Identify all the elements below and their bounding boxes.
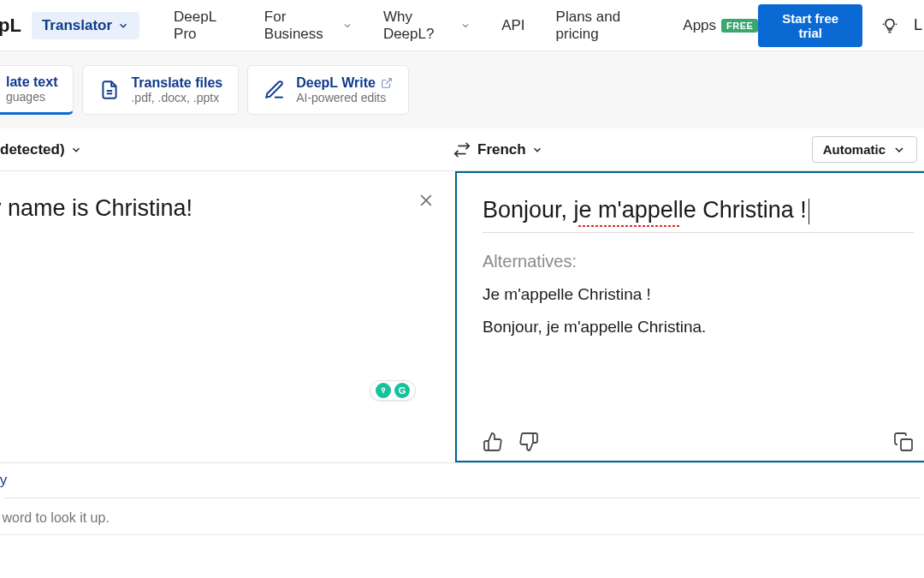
chevron-down-icon xyxy=(117,20,129,32)
product-dropdown[interactable]: Translator xyxy=(32,12,139,39)
nav-apps-label: Apps xyxy=(683,17,716,34)
chevron-down-icon xyxy=(531,144,543,156)
thumbs-down-button[interactable] xyxy=(518,432,539,452)
top-header: pL Translator DeepL Pro For Business Why… xyxy=(0,0,924,51)
target-language-dropdown[interactable]: French xyxy=(477,141,543,158)
translation-panes: y name is Christina! G Bonjour, je m'app… xyxy=(0,171,924,462)
mode-bar: late text guages Translate files .pdf, .… xyxy=(0,51,924,128)
nav-plans[interactable]: Plans and pricing xyxy=(556,9,653,43)
clear-source-button[interactable] xyxy=(418,192,435,209)
nav-apps[interactable]: Apps FREE xyxy=(683,17,758,34)
grammarly-pin-icon xyxy=(376,383,391,398)
target-lang-area: French Automatic xyxy=(453,136,924,163)
pencil-icon xyxy=(264,79,286,101)
chevron-down-icon xyxy=(892,143,906,157)
svg-line-4 xyxy=(386,79,391,84)
alternatives-label: Alternatives: xyxy=(483,252,914,271)
svg-point-9 xyxy=(382,388,384,390)
language-bar: detected) French Automatic xyxy=(0,128,924,171)
target-divider xyxy=(483,232,914,233)
source-language-dropdown[interactable]: detected) xyxy=(0,141,82,158)
chevron-down-icon xyxy=(70,144,82,156)
tone-automatic-dropdown[interactable]: Automatic xyxy=(812,136,917,163)
text-cursor xyxy=(808,199,809,224)
source-pane[interactable]: y name is Christina! G xyxy=(0,171,455,462)
nav-for-business[interactable]: For Business xyxy=(264,9,352,43)
dictionary-input-row xyxy=(3,498,921,526)
spellcheck-underline xyxy=(578,225,679,227)
product-dropdown-label: Translator xyxy=(42,17,112,34)
nav-api[interactable]: API xyxy=(501,17,524,34)
mode-write-sub: AI-powered edits xyxy=(296,91,393,104)
copy-button[interactable] xyxy=(893,432,914,452)
source-text[interactable]: y name is Christina! xyxy=(0,194,431,223)
nav-why-deepl-label: Why DeepL? xyxy=(383,9,455,43)
mode-translate-text[interactable]: late text guages xyxy=(0,65,74,115)
target-pane: Bonjour, je m'appelle Christina ! Altern… xyxy=(455,171,924,462)
swap-icon xyxy=(453,140,471,159)
alternative-1[interactable]: Je m'appelle Christina ! xyxy=(483,285,914,304)
target-actions xyxy=(483,432,914,452)
mode-translate-files-sub: .pdf, .docx, .pptx xyxy=(131,91,222,104)
mode-deepl-write[interactable]: DeepL Write AI-powered edits xyxy=(247,65,409,115)
thumbs-up-button[interactable] xyxy=(483,432,503,452)
lightbulb-icon[interactable] xyxy=(881,17,898,34)
header-right: L xyxy=(862,16,917,34)
logo[interactable]: pL xyxy=(0,15,32,37)
external-link-icon xyxy=(381,77,393,89)
tone-automatic-label: Automatic xyxy=(823,142,886,157)
top-nav: DeepL Pro For Business Why DeepL? API Pl… xyxy=(174,9,758,43)
grammarly-widget[interactable]: G xyxy=(370,380,416,401)
source-lang-area: detected) xyxy=(0,141,453,158)
svg-rect-11 xyxy=(901,439,912,450)
dictionary-title: ry xyxy=(0,472,921,489)
source-language-label: detected) xyxy=(0,141,65,158)
nav-why-deepl[interactable]: Why DeepL? xyxy=(383,9,471,43)
chevron-down-icon xyxy=(342,20,352,32)
nav-deepl-pro[interactable]: DeepL Pro xyxy=(174,9,234,43)
nav-for-business-label: For Business xyxy=(264,9,337,43)
chevron-down-icon xyxy=(460,20,471,32)
document-icon xyxy=(98,79,121,101)
mode-translate-files-title: Translate files xyxy=(131,75,222,91)
mode-write-title: DeepL Write xyxy=(296,75,393,91)
mode-translate-text-sub: guages xyxy=(6,90,57,104)
swap-languages-button[interactable] xyxy=(450,138,474,162)
grammarly-logo-icon: G xyxy=(394,383,410,398)
mode-translate-text-title: late text xyxy=(6,74,57,90)
close-icon xyxy=(418,192,435,209)
free-badge: FREE xyxy=(721,19,758,33)
target-text[interactable]: Bonjour, je m'appelle Christina ! xyxy=(483,195,809,225)
dictionary-input[interactable] xyxy=(0,510,915,526)
mode-translate-files[interactable]: Translate files .pdf, .docx, .pptx xyxy=(82,65,239,115)
start-free-trial-button[interactable]: Start free trial xyxy=(758,4,862,47)
alternative-2[interactable]: Bonjour, je m'appelle Christina. xyxy=(483,318,914,337)
target-language-label: French xyxy=(477,141,526,158)
login-link[interactable]: L xyxy=(914,16,922,34)
dictionary-section: ry xyxy=(0,462,924,535)
